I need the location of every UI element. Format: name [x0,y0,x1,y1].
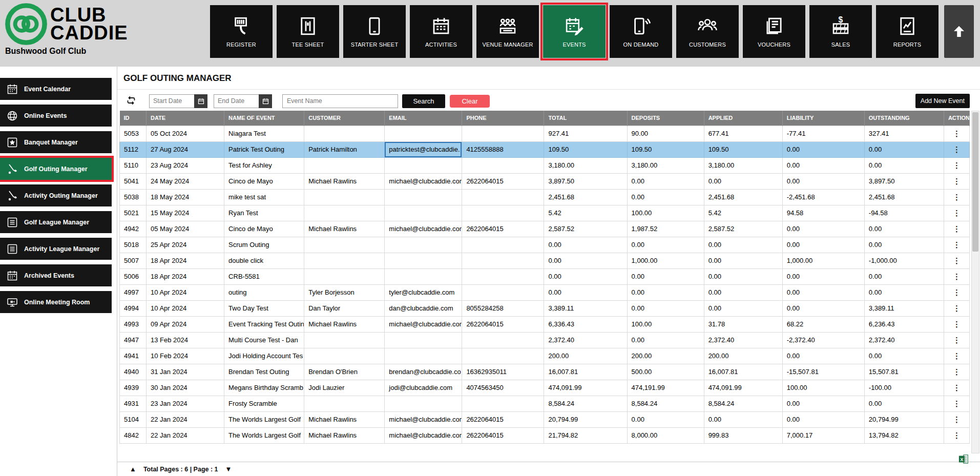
table-row[interactable]: 493123 Jan 2024Frosty Scramble8,584.248,… [120,396,970,411]
event-name-input[interactable] [282,94,398,108]
table-row[interactable]: 501825 Apr 2024Scrum Outing0.000.000.000… [120,237,970,253]
nav-events[interactable]: EVENTS [543,5,606,58]
cell-id: 4940 [120,364,147,380]
nav-on-demand[interactable]: ON DEMAND [610,5,672,58]
column-header-deposits: DEPOSITS [627,111,704,126]
sidebar-item-archived-events[interactable]: Archived Events [0,264,112,286]
table-row[interactable]: 484222 Jan 2024The Worlds Largest GolfMi… [120,427,970,443]
nav-customers[interactable]: CUSTOMERS [676,5,739,58]
table-row[interactable]: 494205 May 2024Cinco de MayoMichael Rawl… [120,221,970,237]
row-actions-ellipsis-icon[interactable]: ⋮ [944,332,969,348]
row-actions-ellipsis-icon[interactable]: ⋮ [944,268,969,284]
calendar-icon [430,15,452,37]
scrollbar-thumb[interactable] [972,112,978,252]
row-actions-ellipsis-icon[interactable]: ⋮ [944,237,969,253]
row-actions-ellipsis-icon[interactable]: ⋮ [944,411,969,427]
cell-id: 4931 [120,396,147,411]
table-row[interactable]: 493930 Jan 2024Megans Birthday ScrambJod… [120,380,970,396]
scroll-top-button[interactable] [944,5,974,58]
table-row[interactable]: 494031 Jan 2024Brendan Test OutingBrenda… [120,364,970,380]
cell-email: michael@clubcaddie.com [385,173,462,189]
table-row[interactable]: 494713 Feb 2024Multi Course Test - Dan2,… [120,332,970,348]
cell-deposits: 0.00 [627,300,704,316]
page-down-icon[interactable]: ▼ [222,465,235,473]
row-actions-ellipsis-icon[interactable]: ⋮ [944,157,969,173]
row-actions-ellipsis-icon[interactable]: ⋮ [944,284,969,300]
row-actions-ellipsis-icon[interactable]: ⋮ [944,380,969,396]
nav-reports[interactable]: REPORTS [876,5,939,58]
row-actions-ellipsis-icon[interactable]: ⋮ [944,126,969,141]
table-row[interactable]: 505305 Oct 2024Niagara Test927.4190.0067… [120,126,970,141]
row-actions-ellipsis-icon[interactable]: ⋮ [944,221,969,237]
nav-vouchers[interactable]: VOUCHERS [743,5,805,58]
vertical-scrollbar[interactable] [971,111,979,453]
column-header-id: ID [120,111,147,126]
nav-tee-sheet[interactable]: TEE SHEET [277,5,339,58]
table-row[interactable]: 510422 Jan 2024The Worlds Largest GolfMi… [120,411,970,427]
table-row[interactable]: 494110 Feb 2024Jodi Holding Account Tes2… [120,348,970,364]
cell-total: 927.41 [544,126,627,141]
sidebar-item-golf-league-manager[interactable]: Golf League Manager [0,211,112,233]
app-header: CLUB CADDIE Bushwood Golf Club REGISTER [0,0,980,67]
cell-date: 22 Jan 2024 [147,411,224,427]
row-actions-ellipsis-icon[interactable]: ⋮ [944,173,969,189]
sidebar-item-online-events[interactable]: Online Events [0,105,112,127]
cell-liability: -2,451.68 [782,189,864,205]
cell-phone [462,205,544,221]
page-up-icon[interactable]: ▲ [127,465,139,473]
svg-text:$: $ [839,15,843,24]
nav-venue-manager[interactable]: VENUE MANAGER [476,5,539,58]
sidebar-item-golf-outing-manager[interactable]: Golf Outing Manager [0,158,112,180]
cell-id: 4997 [120,284,147,300]
row-actions-ellipsis-icon[interactable]: ⋮ [944,316,969,332]
row-actions-ellipsis-icon[interactable]: ⋮ [944,141,969,157]
sidebar-item-online-meeting-room[interactable]: Online Meeting Room [0,291,112,313]
nav-activities[interactable]: ACTIVITIES [410,5,472,58]
table-row[interactable]: 500618 Apr 2024CRB-55810.000.000.000.000… [120,268,970,284]
nav-sales[interactable]: $ SALES [809,5,872,58]
row-actions-ellipsis-icon[interactable]: ⋮ [944,300,969,316]
cell-applied: 0.00 [704,237,782,253]
table-row[interactable]: 511023 Aug 2024Test for Ashley3,180.003,… [120,157,970,173]
row-actions-ellipsis-icon[interactable]: ⋮ [944,396,969,411]
sidebar-item-activity-outing-manager[interactable]: Activity Outing Manager [0,184,112,206]
add-new-event-button[interactable]: Add New Event [915,94,970,108]
end-date-input[interactable] [214,94,259,108]
sidebar-item-event-calendar[interactable]: Event Calendar [0,78,112,100]
table-row[interactable]: 504124 May 2024Cinco de MayoMichael Rawl… [120,173,970,189]
row-actions-ellipsis-icon[interactable]: ⋮ [944,427,969,443]
end-date-calendar-button[interactable] [259,94,272,108]
cell-deposits: 3,180.00 [627,157,704,173]
excel-export-icon[interactable]: X [958,453,969,465]
nav-register[interactable]: REGISTER [210,5,273,58]
refresh-button[interactable] [124,94,138,108]
cell-phone: 2622064015 [462,173,544,189]
nav-starter-sheet[interactable]: STARTER SHEET [343,5,406,58]
clear-button[interactable]: Clear [450,95,490,108]
row-actions-ellipsis-icon[interactable]: ⋮ [944,205,969,221]
row-actions-ellipsis-icon[interactable]: ⋮ [944,364,969,380]
column-header-name-of-event: NAME OF EVENT [224,111,304,126]
table-row[interactable]: 499309 Apr 2024Event Tracking Test Outin… [120,316,970,332]
table-row[interactable]: 502115 May 2024Ryan Test5.42100.005.4294… [120,205,970,221]
table-row[interactable]: 500718 Apr 2024double click0.001,000.000… [120,253,970,268]
sidebar-item-banquet-manager[interactable]: Banquet Manager [0,131,112,153]
table-row[interactable]: 503818 May 2024mike test sat2,451.680.00… [120,189,970,205]
table-row[interactable]: 499410 Apr 2024Two Day TestDan Taylordan… [120,300,970,316]
start-date-calendar-button[interactable] [194,94,207,108]
cell-email: tyler@clubcaddie.com [385,284,462,300]
row-actions-ellipsis-icon[interactable]: ⋮ [944,348,969,364]
sidebar-item-activity-league-manager[interactable]: Activity League Manager [0,238,112,260]
table-row[interactable]: 499710 Apr 2024outingTyler Borjessontyle… [120,284,970,300]
row-actions-ellipsis-icon[interactable]: ⋮ [944,189,969,205]
row-actions-ellipsis-icon[interactable]: ⋮ [944,253,969,268]
nav-label: EVENTS [562,42,586,48]
table-row[interactable]: 511227 Aug 2024Patrick Test OutingPatric… [120,141,970,157]
cell-name: Ryan Test [224,205,304,221]
cell-id: 5007 [120,253,147,268]
cell-id: 4942 [120,221,147,237]
search-button[interactable]: Search [402,94,445,108]
start-date-input[interactable] [149,94,194,108]
voucher-stack-icon [763,15,785,37]
cell-applied: 0.00 [704,268,782,284]
